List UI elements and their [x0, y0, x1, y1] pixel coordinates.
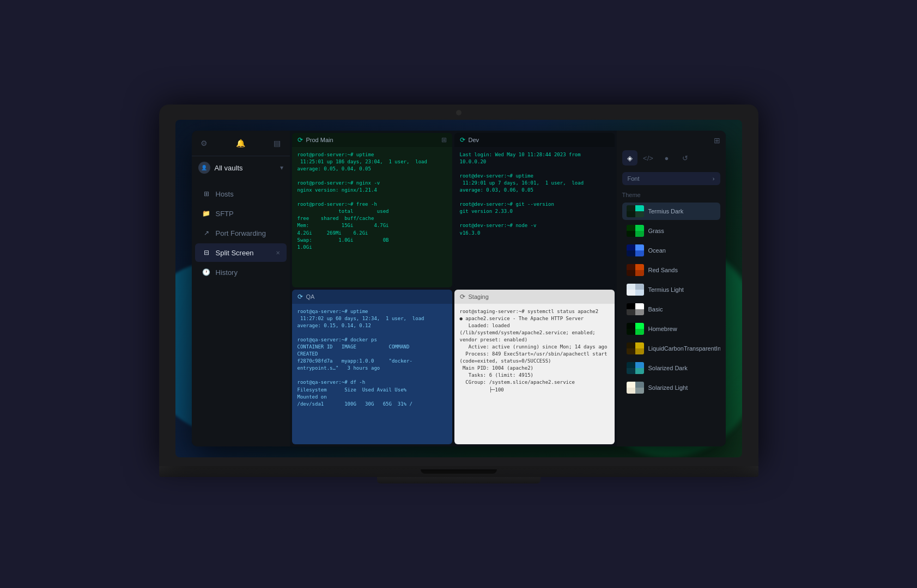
dev-title: Dev — [469, 137, 479, 143]
theme-termius-dark[interactable]: Termius Dark — [622, 203, 720, 220]
theme-liquid-carbon-name: LiquidCarbonTransparentInverse — [648, 345, 720, 352]
panel-tab-refresh[interactable]: ↺ — [678, 150, 693, 166]
sidebar-top-bar: ⚙ 🔔 ▤ — [192, 137, 290, 156]
staging-content: root@staging-server:~# systemctl status … — [460, 308, 609, 394]
terminal-dev-body[interactable]: Last login: Wed May 10 11:28:44 2023 fro… — [454, 147, 615, 287]
sidebar: ⚙ 🔔 ▤ 👤 All vaults ▾ ⊞ — [192, 131, 290, 446]
settings-icon[interactable]: ⚙ — [198, 137, 210, 149]
theme-termius-light-preview — [627, 284, 644, 296]
vault-selector[interactable]: 👤 All vaults ▾ — [192, 156, 290, 179]
terminal-staging-header: ⟳ Staging — [454, 290, 615, 304]
staging-title: Staging — [469, 293, 489, 300]
laptop-container: ⚙ 🔔 ▤ 👤 All vaults ▾ ⊞ — [159, 105, 758, 483]
right-panel-top: ⊞ — [622, 136, 720, 145]
panel-tab-code[interactable]: </> — [641, 150, 656, 166]
panel-tab-bookmark[interactable]: ◈ — [622, 150, 637, 166]
theme-grass-name: Grass — [648, 228, 664, 234]
hosts-icon: ⊞ — [202, 189, 211, 199]
sftp-icon: 📁 — [202, 209, 211, 218]
dev-content: Last login: Wed May 10 11:28:44 2023 fro… — [460, 151, 609, 237]
main-content: ⟳ Prod Main ⊞ root@prod-server:~# uptime… — [290, 131, 617, 446]
sidebar-history-label: History — [216, 268, 238, 277]
prod-content: root@prod-server:~# uptime 11:25:01 up 1… — [297, 151, 447, 251]
theme-liquid-carbon-preview — [627, 342, 644, 354]
history-icon: 🕐 — [202, 267, 211, 277]
theme-basic-name: Basic — [648, 306, 663, 313]
sidebar-split-label: Split Screen — [216, 249, 254, 257]
terminal-qa-header: ⟳ QA — [292, 290, 452, 304]
laptop-base — [159, 466, 758, 477]
theme-ocean[interactable]: Ocean — [622, 242, 720, 259]
font-label: Font — [628, 175, 640, 182]
theme-basic[interactable]: Basic — [622, 301, 720, 318]
qa-terminal-icon: ⟳ — [297, 293, 303, 301]
port-forwarding-icon: ↗ — [202, 228, 211, 238]
qa-content: root@qa-server:~# uptime 11:27:02 up 60 … — [297, 308, 447, 408]
panel-tab-circle[interactable]: ● — [659, 150, 675, 166]
theme-list: Termius Dark — [622, 203, 720, 441]
sidebar-hosts-label: Hosts — [216, 190, 234, 198]
theme-ocean-name: Ocean — [648, 247, 666, 254]
theme-ocean-preview — [627, 244, 644, 256]
camera — [456, 110, 461, 115]
theme-solarized-light[interactable]: Solarized Light — [622, 379, 720, 396]
vault-icon: 👤 — [198, 162, 210, 174]
staging-terminal-icon: ⟳ — [460, 293, 465, 301]
terminal-dev: ⟳ Dev Last login: Wed May 10 11:28:44 20… — [454, 133, 615, 287]
laptop-notch — [421, 469, 497, 474]
sidebar-item-history[interactable]: 🕐 History — [195, 263, 287, 281]
prod-title: Prod Main — [306, 137, 333, 143]
sidebar-nav: ⊞ Hosts 📁 SFTP ↗ Port Forwarding ⊟ — [192, 179, 290, 440]
terminal-staging-body[interactable]: root@staging-server:~# systemctl status … — [454, 304, 615, 444]
theme-grass[interactable]: Grass — [622, 222, 720, 240]
laptop-stand — [377, 477, 541, 483]
theme-red-sands[interactable]: Red Sands — [622, 261, 720, 279]
terminal-prod: ⟳ Prod Main ⊞ root@prod-server:~# uptime… — [292, 133, 452, 287]
terminal-qa-body[interactable]: root@qa-server:~# uptime 11:27:02 up 60 … — [292, 304, 452, 444]
sidebar-port-label: Port Forwarding — [216, 229, 266, 237]
theme-liquid-carbon[interactable]: LiquidCarbonTransparentInverse — [622, 340, 720, 357]
theme-homebrew-preview — [627, 323, 644, 335]
theme-section-label: Theme — [622, 192, 720, 198]
font-arrow: › — [713, 175, 715, 182]
theme-grass-preview — [627, 225, 644, 237]
doc-icon[interactable]: ▤ — [271, 137, 283, 149]
terminal-prod-body[interactable]: root@prod-server:~# uptime 11:25:01 up 1… — [292, 147, 452, 287]
theme-homebrew[interactable]: Homebrew — [622, 320, 720, 338]
vault-arrow: ▾ — [280, 164, 283, 171]
panel-tabs: ◈ </> ● ↺ — [622, 150, 720, 166]
theme-termius-light-name: Termius Light — [648, 286, 684, 293]
dev-terminal-icon: ⟳ — [460, 136, 465, 144]
sidebar-item-port-forwarding[interactable]: ↗ Port Forwarding — [195, 224, 287, 242]
theme-solarized-light-preview — [627, 382, 644, 394]
theme-solarized-dark[interactable]: Solarized Dark — [622, 359, 720, 377]
bell-icon[interactable]: 🔔 — [235, 137, 247, 149]
app-window: ⚙ 🔔 ▤ 👤 All vaults ▾ ⊞ — [192, 131, 726, 446]
split-screen-close[interactable]: ✕ — [276, 250, 280, 256]
sidebar-item-sftp[interactable]: 📁 SFTP — [195, 204, 287, 223]
terminal-grid: ⟳ Prod Main ⊞ root@prod-server:~# uptime… — [290, 131, 617, 446]
split-screen-icon: ⊟ — [202, 248, 211, 258]
theme-red-sands-name: Red Sands — [648, 267, 678, 273]
theme-homebrew-name: Homebrew — [648, 326, 677, 332]
theme-red-sands-preview — [627, 264, 644, 276]
font-selector[interactable]: Font › — [622, 172, 720, 185]
prod-terminal-icon: ⟳ — [297, 136, 303, 144]
right-panel: ⊞ ◈ </> ● ↺ Font › Theme — [617, 131, 726, 446]
theme-solarized-light-name: Solarized Light — [648, 384, 688, 391]
terminal-dev-header: ⟳ Dev — [454, 133, 615, 147]
sidebar-item-split-screen[interactable]: ⊟ Split Screen ✕ — [195, 243, 287, 262]
terminal-staging: ⟳ Staging root@staging-server:~# systemc… — [454, 290, 615, 444]
laptop-screen: ⚙ 🔔 ▤ 👤 All vaults ▾ ⊞ — [175, 120, 742, 457]
theme-termius-dark-preview — [627, 205, 644, 217]
terminal-qa: ⟳ QA root@qa-server:~# uptime 11:27:02 u… — [292, 290, 452, 444]
theme-solarized-dark-preview — [627, 362, 644, 374]
prod-expand[interactable]: ⊞ — [441, 136, 447, 144]
theme-termius-light[interactable]: Termius Light — [622, 281, 720, 298]
sidebar-item-hosts[interactable]: ⊞ Hosts — [195, 185, 287, 203]
panel-expand-icon[interactable]: ⊞ — [714, 136, 720, 145]
vault-label: All vaults — [215, 164, 243, 172]
theme-basic-preview — [627, 303, 644, 315]
qa-title: QA — [306, 293, 315, 300]
sidebar-sftp-label: SFTP — [216, 210, 234, 218]
